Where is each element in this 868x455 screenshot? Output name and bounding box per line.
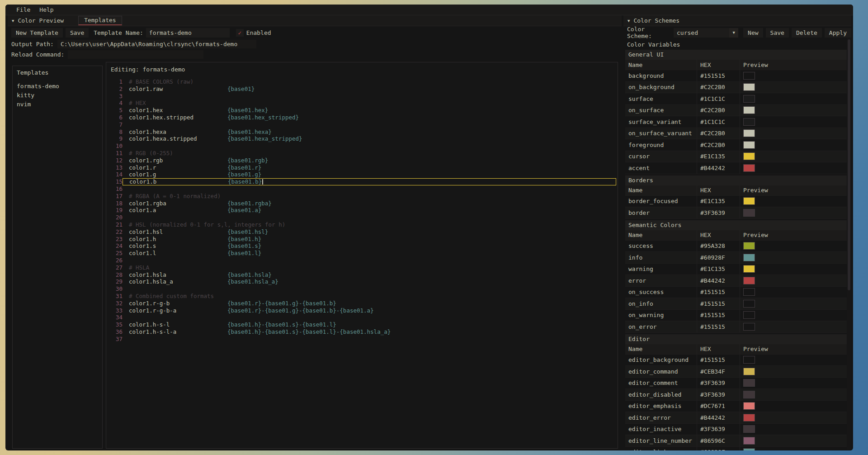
apply-scheme-button[interactable]: Apply: [825, 28, 851, 38]
color-swatch[interactable]: [743, 209, 755, 217]
color-swatch[interactable]: [743, 300, 755, 308]
variable-hex[interactable]: #B44242: [697, 162, 740, 174]
color-swatch[interactable]: [743, 437, 755, 445]
editor-line-content[interactable]: # RGBA (A = 0-1 normalized): [123, 193, 616, 200]
color-swatch[interactable]: [743, 402, 755, 410]
variable-hex[interactable]: #60928F: [697, 447, 740, 451]
collapse-arrow-icon[interactable]: ▼: [627, 19, 630, 23]
color-swatch[interactable]: [743, 356, 755, 364]
editor-line-content[interactable]: color1.hsl{base01.hsl}: [123, 228, 616, 236]
color-swatch[interactable]: [743, 141, 755, 149]
variable-hex[interactable]: #C2C2B0: [697, 105, 740, 116]
reload-command-input[interactable]: [68, 50, 203, 59]
enabled-checkbox[interactable]: ✓: [236, 29, 244, 37]
editor-line-content[interactable]: color1.hex{base01.hex}: [123, 107, 616, 114]
save-scheme-button[interactable]: Save: [766, 28, 789, 38]
editor-line-content[interactable]: color1.hsla_a{base01.hsla_a}: [123, 278, 616, 285]
editor-line-content[interactable]: color1.hexa{base01.hexa}: [123, 128, 616, 136]
editor-line-content[interactable]: color1.h{base01.h}: [123, 236, 616, 243]
new-scheme-button[interactable]: New: [743, 28, 763, 38]
template-editor-panel[interactable]: Editing: formats-demo 1# BASE COLORS (ra…: [106, 62, 618, 449]
variable-hex[interactable]: #3F3639: [697, 207, 740, 218]
editor-line-content[interactable]: [123, 314, 616, 321]
variable-hex[interactable]: #3F3639: [697, 424, 740, 435]
editor-line-content[interactable]: [123, 185, 616, 193]
template-list-item[interactable]: kitty: [17, 91, 98, 100]
variable-hex[interactable]: #3F3639: [697, 378, 740, 389]
variable-hex[interactable]: #151515: [697, 287, 740, 298]
section-header-editor[interactable]: Editor: [625, 334, 847, 344]
output-path-input[interactable]: C:\Users\user\AppData\Roaming\clrsync\fo…: [57, 40, 256, 48]
variable-hex[interactable]: #151515: [697, 298, 740, 309]
editor-line-content[interactable]: color1.g{base01.g}: [123, 171, 616, 178]
editor-line-content[interactable]: color1.raw{base01}: [123, 85, 616, 93]
color-scheme-dropdown[interactable]: cursed ▼: [674, 28, 738, 38]
color-swatch[interactable]: [743, 164, 755, 172]
editor-line-content[interactable]: color1.hexa.stripped{base01.hexa_strippe…: [123, 135, 616, 142]
color-swatch[interactable]: [743, 448, 755, 450]
section-header-borders[interactable]: Borders: [625, 175, 847, 185]
menu-item-help[interactable]: Help: [35, 5, 58, 15]
scrollbar[interactable]: [847, 38, 851, 450]
new-template-button[interactable]: New Template: [11, 28, 63, 38]
editor-line-content[interactable]: # Combined custom formats: [123, 293, 616, 300]
variable-hex[interactable]: #C2C2B0: [697, 139, 740, 151]
variable-hex[interactable]: #151515: [697, 310, 740, 321]
editor-line-content[interactable]: color1.rgba{base01.rgba}: [123, 200, 616, 207]
editor-line-content[interactable]: [123, 257, 616, 264]
delete-scheme-button[interactable]: Delete: [792, 28, 822, 38]
editor-line-content[interactable]: [123, 93, 616, 100]
color-swatch[interactable]: [743, 368, 755, 375]
variable-hex[interactable]: #60928F: [697, 252, 740, 263]
color-swatch[interactable]: [743, 118, 755, 126]
editor-line-content[interactable]: # BASE COLORS (raw): [123, 78, 616, 85]
editor-line-content[interactable]: color1.h-s-l{base01.h}-{base01.s}-{base0…: [123, 321, 616, 328]
template-list-item[interactable]: nvim: [17, 100, 98, 109]
variable-hex[interactable]: #151515: [697, 321, 740, 332]
variable-hex[interactable]: #3F3639: [697, 389, 740, 400]
editor-line-content[interactable]: color1.rgb{base01.rgb}: [123, 157, 616, 164]
variable-hex[interactable]: #C2C2B0: [697, 128, 740, 139]
editor-line-content[interactable]: color1.r-g-b-a{base01.r}-{base01.g}-{bas…: [123, 307, 616, 314]
editor-line-content[interactable]: color1.r-g-b{base01.r}-{base01.g}-{base0…: [123, 300, 616, 307]
editor-line-content[interactable]: # HEX: [123, 100, 616, 107]
color-swatch[interactable]: [743, 391, 755, 398]
editor-line-content[interactable]: color1.r{base01.r}: [123, 164, 616, 171]
editor-line-content[interactable]: color1.b{base01.b}: [123, 178, 616, 185]
variable-hex[interactable]: #DC7671: [697, 401, 740, 412]
color-swatch[interactable]: [743, 152, 755, 160]
color-swatch[interactable]: [743, 379, 755, 387]
editor-line-content[interactable]: # RGB (0-255): [123, 150, 616, 157]
collapse-arrow-icon[interactable]: ▼: [12, 19, 14, 23]
variable-hex[interactable]: #95A328: [697, 241, 740, 252]
editor-line-content[interactable]: # HSLA: [123, 264, 616, 271]
variable-hex[interactable]: #1C1C1C: [697, 116, 740, 128]
variable-hex[interactable]: #151515: [697, 70, 740, 81]
color-swatch[interactable]: [743, 425, 755, 433]
color-swatch[interactable]: [743, 265, 755, 273]
color-swatch[interactable]: [743, 72, 755, 80]
scrollbar-thumb[interactable]: [848, 39, 850, 290]
editor-line-content[interactable]: color1.hsla{base01.hsla}: [123, 271, 616, 279]
tab-templates[interactable]: Templates: [78, 16, 122, 25]
variable-hex[interactable]: #B44242: [697, 412, 740, 423]
color-swatch[interactable]: [743, 95, 755, 103]
editor-line-content[interactable]: color1.s{base01.s}: [123, 242, 616, 250]
editor-line-content[interactable]: color1.a{base01.a}: [123, 207, 616, 214]
color-swatch[interactable]: [743, 106, 755, 114]
editor-line-content[interactable]: color1.h-s-l-a{base01.h}-{base01.s}-{bas…: [123, 328, 616, 336]
color-swatch[interactable]: [743, 311, 755, 319]
editor-line-content[interactable]: color1.l{base01.l}: [123, 250, 616, 257]
color-swatch[interactable]: [743, 242, 755, 250]
editor-line-content[interactable]: [123, 336, 616, 343]
color-swatch[interactable]: [743, 323, 755, 331]
variable-hex[interactable]: #1C1C1C: [697, 93, 740, 104]
color-swatch[interactable]: [743, 129, 755, 137]
variable-hex[interactable]: #E1C135: [697, 264, 740, 275]
editor-line-content[interactable]: [123, 285, 616, 293]
color-swatch[interactable]: [743, 254, 755, 261]
editor-line-content[interactable]: [123, 121, 616, 128]
section-header-general-ui[interactable]: General UI: [625, 50, 847, 60]
color-swatch[interactable]: [743, 288, 755, 296]
variable-hex[interactable]: #C2C2B0: [697, 82, 740, 93]
